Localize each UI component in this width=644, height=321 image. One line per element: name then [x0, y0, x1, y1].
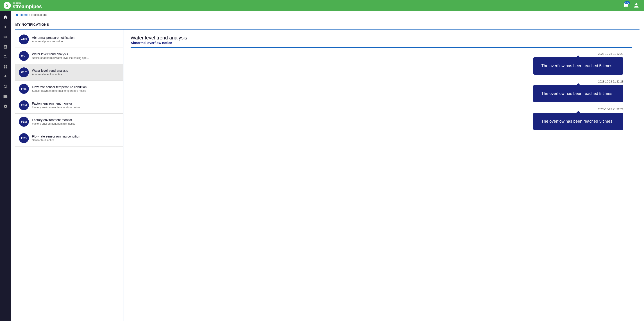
notifications-button[interactable]: 679	[622, 1, 630, 10]
messages-container: 2023-10-23 21:12:22 The overflow has bee…	[130, 52, 632, 130]
message-time: 2023-10-23 21:22:23	[598, 80, 623, 83]
notif-title: Water level trend analysis	[32, 69, 68, 72]
notif-avatar: FEM	[19, 117, 29, 127]
notif-text: Flow rate sensor running condition Senso…	[32, 135, 80, 142]
notif-subtitle: Sensor flowrate abnormal temperature not…	[32, 89, 87, 92]
notif-text: Abnormal pressure notification Abnormal …	[32, 36, 74, 43]
sidebar-item-analytics[interactable]	[1, 42, 10, 51]
message-bubble-wrapper: The overflow has been reached 5 times	[533, 57, 623, 75]
message-bubble-wrapper: The overflow has been reached 5 times	[533, 113, 623, 130]
sidebar-item-notifications[interactable]	[1, 82, 10, 91]
sidebar-item-connect[interactable]	[1, 33, 10, 42]
notif-avatar: APN	[19, 35, 29, 44]
detail-subtitle: Abnormal overflow notice	[130, 41, 632, 45]
sidebar-item-settings[interactable]	[1, 102, 10, 111]
notif-avatar: FRS	[19, 84, 29, 94]
content-area: Home › Notifications MY NOTIFICATIONS AP…	[11, 11, 644, 321]
notification-list-item[interactable]: WLT Water level trend analysis Notice of…	[15, 48, 123, 64]
breadcrumb-home-link[interactable]: Home	[20, 13, 28, 17]
notif-avatar: WLT	[19, 51, 29, 61]
notif-subtitle: Abnormal overflow notice	[32, 73, 68, 76]
notification-list-item[interactable]: APN Abnormal pressure notification Abnor…	[15, 31, 123, 48]
panels: APN Abnormal pressure notification Abnor…	[15, 30, 640, 321]
breadcrumb-separator: ›	[29, 13, 30, 17]
topbar: S apache streampipes 679	[0, 0, 644, 11]
sidebar-item-files[interactable]	[1, 92, 10, 101]
notif-subtitle: Abnormal pressure notice	[32, 40, 74, 43]
message-time: 2023-10-23 21:32:24	[598, 108, 623, 111]
notif-text: Water level trend analysis Notice of abn…	[32, 52, 89, 60]
sidebar-item-home[interactable]	[1, 13, 10, 22]
detail-header: Water level trend analysis Abnormal over…	[130, 35, 632, 48]
notif-title: Factory environment monitor	[32, 102, 80, 105]
detail-title: Water level trend analysis	[130, 35, 632, 41]
notif-title: Flow rate sensor temperature condition	[32, 85, 87, 89]
message-bubble: The overflow has been reached 5 times	[533, 113, 623, 130]
user-menu-button[interactable]	[632, 1, 640, 10]
message-group: 2023-10-23 21:22:23 The overflow has bee…	[533, 80, 623, 102]
sidebar	[0, 11, 11, 321]
sidebar-item-grid[interactable]	[1, 62, 10, 71]
notif-text: Factory environment monitor Factory envi…	[32, 102, 80, 109]
notification-list-panel: APN Abnormal pressure notification Abnor…	[15, 30, 124, 321]
notif-subtitle: Factory environment humidity notice	[32, 122, 76, 125]
message-group: 2023-10-23 21:32:24 The overflow has bee…	[533, 108, 623, 130]
notif-avatar: FEM	[19, 100, 29, 110]
notification-badge: 679	[624, 1, 630, 4]
notif-title: Flow rate sensor running condition	[32, 135, 80, 138]
notif-subtitle: Factory environment temperature notice	[32, 106, 80, 109]
message-bubble-wrapper: The overflow has been reached 5 times	[533, 85, 623, 102]
notif-title: Water level trend analysis	[32, 52, 89, 56]
notif-subtitle: Sensor fault notice	[32, 139, 80, 142]
detail-panel: Water level trend analysis Abnormal over…	[124, 30, 640, 321]
page-content: MY NOTIFICATIONS APN Abnormal pressure n…	[11, 19, 644, 321]
sidebar-item-download[interactable]	[1, 72, 10, 81]
notif-text: Water level trend analysis Abnormal over…	[32, 69, 68, 76]
home-breadcrumb-icon	[15, 13, 18, 17]
topbar-right: 679	[622, 1, 640, 10]
logo-icon: S	[4, 2, 11, 9]
notification-list-item[interactable]: WLT Water level trend analysis Abnormal …	[15, 64, 123, 81]
message-time: 2023-10-23 21:12:22	[598, 52, 623, 56]
message-bubble: The overflow has been reached 5 times	[533, 85, 623, 102]
sidebar-item-play[interactable]	[1, 23, 10, 32]
sidebar-item-search[interactable]	[1, 52, 10, 61]
breadcrumb: Home › Notifications	[11, 11, 644, 19]
notif-text: Factory environment monitor Factory envi…	[32, 118, 76, 125]
notification-list-item[interactable]: FEM Factory environment monitor Factory …	[15, 97, 123, 114]
notif-avatar: WLT	[19, 67, 29, 77]
notification-list-item[interactable]: FEM Factory environment monitor Factory …	[15, 114, 123, 130]
app-logo: S apache streampipes	[4, 2, 42, 9]
main-layout: Home › Notifications MY NOTIFICATIONS AP…	[0, 11, 644, 321]
notif-avatar: FRS	[19, 133, 29, 143]
breadcrumb-current: Notifications	[31, 13, 47, 17]
logo-text: apache streampipes	[12, 2, 42, 9]
notification-list-item[interactable]: FRS Flow rate sensor temperature conditi…	[15, 81, 123, 97]
notif-subtitle: Notice of abnormal water level increasin…	[32, 56, 89, 60]
page-title: MY NOTIFICATIONS	[15, 23, 640, 29]
message-group: 2023-10-23 21:12:22 The overflow has bee…	[533, 52, 623, 75]
notif-text: Flow rate sensor temperature condition S…	[32, 85, 87, 92]
notification-list-item[interactable]: FRS Flow rate sensor running condition S…	[15, 130, 123, 147]
message-bubble: The overflow has been reached 5 times	[533, 57, 623, 75]
page-title-bar: MY NOTIFICATIONS	[15, 19, 640, 30]
notif-title: Abnormal pressure notification	[32, 36, 74, 40]
notif-title: Factory environment monitor	[32, 118, 76, 122]
